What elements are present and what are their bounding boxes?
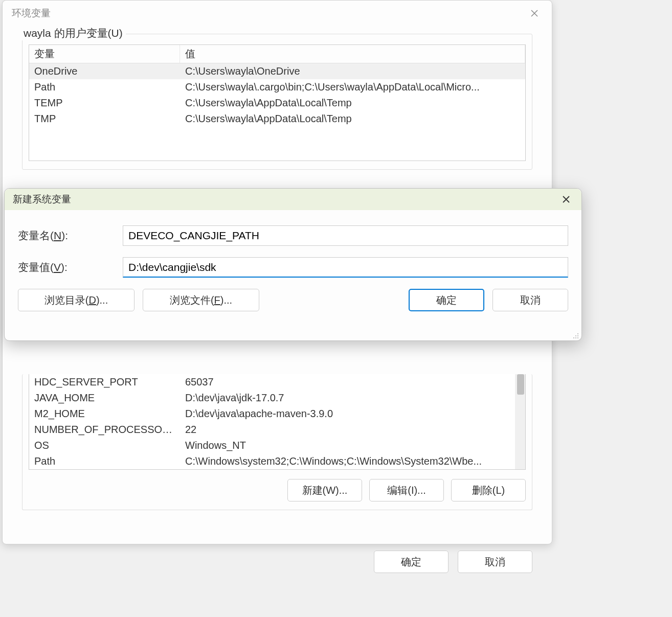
system-edit-button[interactable]: 编辑(I)... [369,479,444,501]
new-var-dialog-title: 新建系统变量 [13,193,71,206]
close-icon [530,9,539,17]
svg-point-1 [575,335,576,336]
scrollbar-thumb[interactable] [517,374,524,395]
new-system-variable-dialog: 新建系统变量 变量名(N): 变量值(V): 浏览目录(D)... 浏览文件(F… [4,188,582,341]
var-name-cell: NUMBER_OF_PROCESSORS [29,423,180,437]
env-dialog-titlebar: 环境变量 [3,1,552,26]
system-variables-table[interactable]: HDC_SERVER_PORT 65037 JAVA_HOME D:\dev\j… [29,374,526,470]
var-value-cell: C:\Users\wayla\.cargo\bin;C:\Users\wayla… [180,80,525,94]
system-delete-button[interactable]: 删除(L) [451,479,526,501]
var-value-cell: 22 [180,423,525,437]
variable-name-label: 变量名(N): [18,228,123,243]
close-icon [562,195,570,203]
new-var-close-button[interactable] [559,192,573,207]
table-row[interactable]: Path C:\Windows\system32;C:\Windows;C:\W… [29,453,525,469]
table-row[interactable]: JAVA_HOME D:\dev\java\jdk-17.0.7 [29,390,525,406]
var-value-cell: C:\Users\wayla\AppData\Local\Temp [180,96,525,110]
table-row[interactable]: OS Windows_NT [29,438,525,453]
table-row[interactable]: HDC_SERVER_PORT 65037 [29,374,525,390]
svg-point-5 [577,337,578,338]
var-name-cell: OS [29,439,180,452]
browse-directory-button[interactable]: 浏览目录(D)... [18,289,135,311]
env-cancel-button[interactable]: 取消 [458,551,532,573]
system-variables-groupbox: HDC_SERVER_PORT 65037 JAVA_HOME D:\dev\j… [22,374,532,510]
var-value-cell: D:\dev\java\jdk-17.0.7 [180,391,525,405]
var-name-cell: Path [29,80,180,94]
svg-point-2 [577,335,578,336]
table-row[interactable]: M2_HOME D:\dev\java\apache-maven-3.9.0 [29,406,525,422]
resize-grip-icon[interactable] [573,332,580,339]
variable-name-input[interactable] [123,225,568,246]
env-dialog-close-button[interactable] [526,5,543,21]
svg-point-0 [577,333,578,334]
table-row[interactable]: Path C:\Users\wayla\.cargo\bin;C:\Users\… [29,79,525,95]
var-name-cell: TEMP [29,96,180,110]
env-ok-button[interactable]: 确定 [374,551,449,573]
var-name-cell: Path [29,454,180,468]
svg-point-4 [575,337,576,338]
table-header: 变量 值 [29,45,525,63]
system-new-button[interactable]: 新建(W)... [287,479,362,501]
var-name-cell: M2_HOME [29,407,180,421]
table-row[interactable]: OneDrive C:\Users\wayla\OneDrive [29,63,525,79]
var-name-cell: OneDrive [29,64,180,78]
new-var-titlebar: 新建系统变量 [5,189,581,210]
user-variables-groupbox: wayla 的用户变量(U) 变量 值 OneDrive C:\Users\wa… [22,34,532,170]
column-header-value[interactable]: 值 [180,45,525,63]
new-var-cancel-button[interactable]: 取消 [492,289,568,311]
column-header-variable[interactable]: 变量 [29,45,180,63]
var-value-cell: C:\Users\wayla\OneDrive [180,64,525,78]
var-name-cell: JAVA_HOME [29,391,180,405]
browse-file-button[interactable]: 浏览文件(F)... [143,289,259,311]
scrollbar[interactable] [515,374,525,469]
var-value-cell: 65037 [180,375,525,389]
table-row[interactable]: TEMP C:\Users\wayla\AppData\Local\Temp [29,95,525,111]
variable-value-label: 变量值(V): [18,260,123,275]
var-name-cell: HDC_SERVER_PORT [29,375,180,389]
table-row[interactable]: NUMBER_OF_PROCESSORS 22 [29,422,525,438]
var-value-cell: C:\Windows\system32;C:\Windows;C:\Window… [180,454,525,468]
env-dialog-title: 环境变量 [12,7,51,20]
var-value-cell: Windows_NT [180,439,525,452]
var-value-cell: D:\dev\java\apache-maven-3.9.0 [180,407,525,421]
table-row[interactable]: TMP C:\Users\wayla\AppData\Local\Temp [29,111,525,127]
new-var-ok-button[interactable]: 确定 [409,289,484,311]
variable-value-input[interactable] [123,257,568,278]
user-variables-table[interactable]: 变量 值 OneDrive C:\Users\wayla\OneDrive Pa… [29,44,526,161]
svg-point-3 [573,337,574,338]
var-value-cell: C:\Users\wayla\AppData\Local\Temp [180,112,525,126]
user-variables-legend: wayla 的用户变量(U) [20,26,126,40]
var-name-cell: TMP [29,112,180,126]
